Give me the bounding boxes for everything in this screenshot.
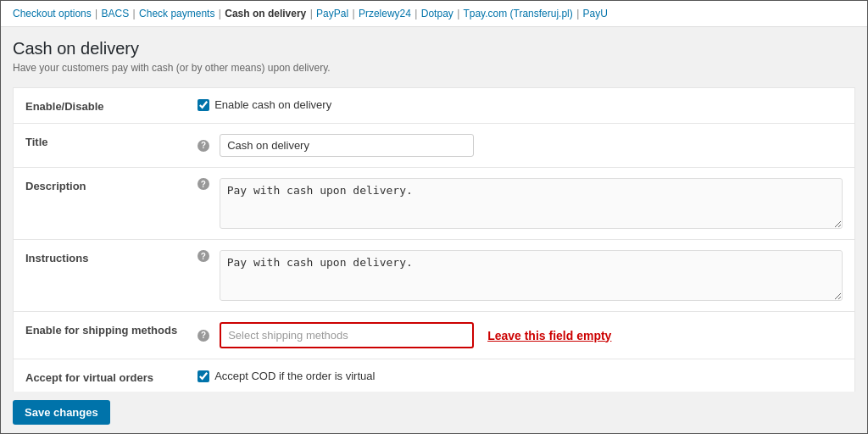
label-instructions: Instructions (14, 240, 190, 312)
sep-4: | (310, 8, 313, 19)
enable-checkbox-row: Enable cash on delivery (198, 98, 843, 111)
main-content: Cash on delivery Have your customers pay… (1, 27, 867, 392)
virtual-orders-checkbox-row: Accept COD if the order is virtual (198, 370, 843, 382)
sep-8: | (576, 8, 579, 19)
settings-form-table: Enable/Disable Enable cash on delivery T… (13, 87, 855, 392)
shipping-help-icon[interactable]: ? (198, 330, 209, 342)
sep-1: | (95, 8, 97, 19)
page-wrapper: Checkout options | BACS | Check payments… (0, 0, 868, 434)
description-help-icon[interactable]: ? (198, 178, 209, 190)
enable-checkbox[interactable] (198, 99, 209, 111)
sep-3: | (219, 8, 221, 19)
virtual-orders-checkbox[interactable] (198, 370, 209, 382)
virtual-orders-label: Accept COD if the order is virtual (214, 370, 375, 382)
description-textarea[interactable]: Pay with cash upon delivery. (220, 178, 843, 229)
page-subtitle: Have your customers pay with cash (or by… (13, 62, 855, 74)
nav-tpay[interactable]: Tpay.com (Transferuj.pl) (463, 8, 572, 19)
label-shipping-methods: Enable for shipping methods (14, 312, 190, 359)
nav-bacs[interactable]: BACS (102, 8, 130, 19)
input-virtual-orders: Accept COD if the order is virtual (189, 359, 854, 392)
sep-6: | (415, 8, 417, 19)
nav-check-payments[interactable]: Check payments (139, 8, 214, 19)
label-virtual-orders: Accept for virtual orders (14, 359, 190, 392)
save-button[interactable]: Save changes (13, 400, 110, 425)
label-title: Title (14, 124, 190, 168)
title-help-icon[interactable]: ? (198, 140, 209, 152)
top-nav: Checkout options | BACS | Check payments… (1, 1, 867, 27)
sep-2: | (133, 8, 136, 19)
row-title: Title ? (14, 124, 855, 168)
row-instructions: Instructions ? Pay with cash upon delive… (14, 240, 855, 312)
nav-payu[interactable]: PayU (583, 8, 608, 19)
nav-przelewy24[interactable]: Przelewy24 (359, 8, 411, 19)
label-description: Description (14, 168, 190, 240)
nav-cash-on-delivery: Cash on delivery (225, 8, 306, 19)
leave-empty-annotation: Leave this field empty (487, 329, 611, 342)
input-shipping-methods: ? Select shipping methods Leave this fie… (189, 312, 854, 359)
sep-5: | (352, 8, 354, 19)
sep-7: | (457, 8, 459, 19)
shipping-select-placeholder: Select shipping methods (228, 329, 348, 342)
shipping-methods-select[interactable]: Select shipping methods (220, 322, 474, 348)
title-label-text: Title (25, 136, 48, 148)
row-virtual-orders: Accept for virtual orders Accept COD if … (14, 359, 855, 392)
page-title: Cash on delivery (13, 39, 855, 58)
instructions-textarea[interactable]: Pay with cash upon delivery. (220, 250, 843, 301)
save-button-row: Save changes (1, 392, 867, 433)
input-instructions: ? Pay with cash upon delivery. (189, 240, 854, 312)
label-enable-disable: Enable/Disable (14, 88, 190, 124)
row-description: Description ? Pay with cash upon deliver… (14, 168, 855, 240)
shipping-select-wrapper: Select shipping methods Leave this field… (220, 322, 611, 348)
title-input[interactable] (220, 134, 474, 157)
nav-dotpay[interactable]: Dotpay (421, 8, 453, 19)
enable-checkbox-label: Enable cash on delivery (214, 98, 331, 111)
nav-checkout-options[interactable]: Checkout options (13, 8, 92, 19)
row-enable-disable: Enable/Disable Enable cash on delivery (14, 88, 855, 124)
input-title: ? (189, 124, 854, 168)
input-description: ? Pay with cash upon delivery. (189, 168, 854, 240)
instructions-help-icon[interactable]: ? (198, 250, 209, 262)
row-shipping-methods: Enable for shipping methods ? Select shi… (14, 312, 855, 359)
input-enable-disable: Enable cash on delivery (189, 88, 854, 124)
nav-paypal[interactable]: PayPal (316, 8, 348, 19)
